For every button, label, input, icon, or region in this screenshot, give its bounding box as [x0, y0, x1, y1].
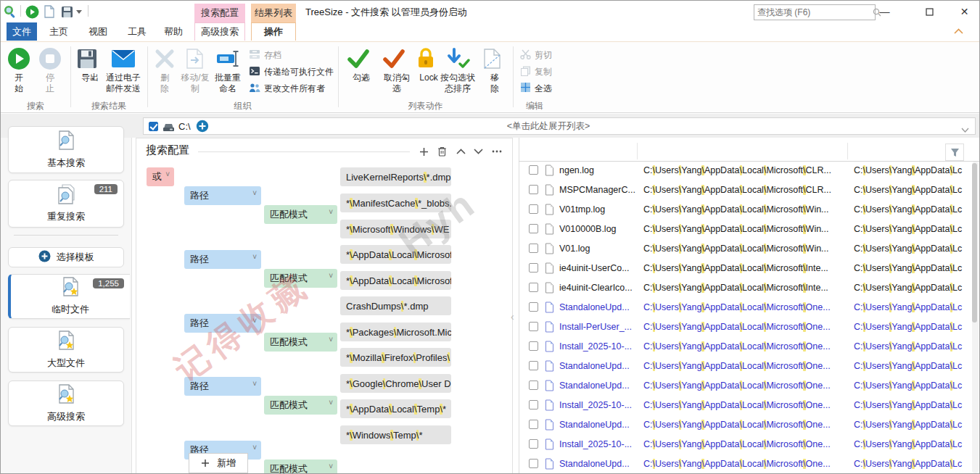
table-row[interactable]: StandaloneUpd...C:\Users\Yang\AppData\Lo… — [519, 376, 980, 396]
row-checkbox[interactable] — [529, 302, 538, 312]
select-template-button[interactable]: 选择模板 — [8, 247, 124, 267]
results-scrollbar[interactable] — [972, 162, 979, 473]
table-row[interactable]: MSPCManagerC...C:\Users\Yang\AppData\Loc… — [519, 180, 980, 200]
tab-view[interactable]: 视图 — [82, 22, 114, 41]
move-rule-down-icon[interactable] — [471, 144, 485, 159]
quick-start-button[interactable] — [24, 4, 40, 20]
tab-advanced-search[interactable]: 高级搜索 — [194, 22, 245, 41]
logic-operator-dropdown[interactable]: 或 — [147, 167, 174, 186]
find-options-input[interactable] — [754, 7, 873, 17]
collapse-ribbon-icon[interactable] — [950, 25, 967, 38]
panel-collapse-handle[interactable]: ‹ — [511, 311, 514, 323]
table-row[interactable]: StandaloneUpd...C:\Users\Yang\AppData\Lo… — [519, 454, 980, 474]
row-checkbox[interactable] — [529, 283, 538, 292]
find-options-box[interactable] — [754, 4, 876, 20]
drive-bar-chevron-icon[interactable] — [961, 122, 969, 136]
start-search-button[interactable]: 开始 — [7, 46, 30, 94]
archive-button[interactable]: 存档 — [249, 48, 281, 62]
row-checkbox[interactable] — [529, 341, 538, 351]
table-row[interactable]: Install_2025-10-...C:\Users\Yang\AppData… — [519, 435, 980, 454]
check-button[interactable]: 勾选 — [347, 46, 370, 83]
change-owner-button[interactable]: 更改文件所有者 — [249, 81, 325, 96]
table-row[interactable]: StandaloneUpd...C:\Users\Yang\AppData\Lo… — [519, 357, 980, 376]
sort-by-check-button[interactable]: 按勾选状态排序 — [439, 46, 477, 94]
minimize-button[interactable]: — — [868, 1, 901, 22]
row-checkbox[interactable] — [529, 263, 538, 273]
row-checkbox[interactable] — [529, 185, 538, 194]
table-row[interactable]: V01.logC:\Users\Yang\AppData\Local\Micro… — [519, 239, 980, 259]
row-checkbox[interactable] — [529, 381, 538, 390]
send-email-button[interactable]: 通过电子邮件发送 — [104, 46, 143, 94]
remove-button[interactable]: 移除 — [482, 46, 501, 94]
table-row[interactable]: ie4uinit-UserCo...C:\Users\Yang\AppData\… — [519, 259, 980, 278]
sidebar-item-duplicate-search[interactable]: 211 重复搜索 — [8, 180, 124, 228]
pattern-input[interactable]: CrashDumps\*.dmp — [340, 296, 451, 315]
pattern-input[interactable]: *\AppData\Local\Temp\* — [340, 399, 451, 418]
field-dropdown[interactable]: 路径 — [184, 250, 261, 269]
pattern-input[interactable]: *\Microsoft\Windows\WE — [340, 220, 451, 238]
mode-dropdown[interactable]: 匹配模式 — [264, 205, 337, 224]
row-checkbox[interactable] — [529, 400, 538, 409]
row-checkbox[interactable] — [529, 224, 538, 233]
sidebar-item-temp-files[interactable]: 1,255 临时文件 — [8, 274, 130, 319]
tab-home[interactable]: 主页 — [43, 22, 75, 41]
batch-rename-button[interactable]: 批量重命名 — [213, 46, 243, 94]
pattern-input[interactable]: *\Packages\Microsoft.Mic — [340, 323, 451, 341]
row-checkbox[interactable] — [529, 322, 538, 331]
table-row[interactable]: StandaloneUpd...C:\Users\Yang\AppData\Lo… — [519, 298, 980, 317]
close-button[interactable]: ✕ — [948, 1, 980, 22]
pattern-input[interactable]: LiveKernelReports\*.dmp — [340, 167, 451, 186]
add-rule-button[interactable]: 新增 — [189, 453, 248, 473]
table-row[interactable]: Install-PerUser_...C:\Users\Yang\AppData… — [519, 317, 980, 337]
add-rule-icon[interactable] — [416, 144, 431, 159]
mode-dropdown[interactable]: 匹配模式 — [264, 333, 337, 352]
move-rule-up-icon[interactable] — [453, 144, 468, 159]
row-checkbox[interactable] — [529, 165, 538, 175]
pattern-input[interactable]: *\Google\Chrome\User D — [340, 374, 451, 393]
tab-file[interactable]: 文件 — [7, 22, 37, 41]
table-row[interactable]: V010000B.logC:\Users\Yang\AppData\Local\… — [519, 220, 980, 239]
sidebar-item-large-files[interactable]: 大型文件 — [8, 327, 124, 373]
delete-rule-icon[interactable] — [435, 144, 449, 159]
quick-access-dropdown-icon[interactable] — [74, 4, 84, 20]
expand-list-hint[interactable]: <单击此处展开列表> — [144, 118, 953, 134]
maximize-button[interactable] — [913, 1, 946, 22]
pattern-input[interactable]: *\AppData\Local\Microsof — [340, 271, 451, 290]
tab-actions[interactable]: 操作 — [251, 22, 296, 41]
row-checkbox[interactable] — [529, 459, 538, 468]
row-checkbox[interactable] — [529, 439, 538, 449]
mode-dropdown[interactable]: 匹配模式 — [264, 396, 337, 415]
tab-tools[interactable]: 工具 — [121, 22, 153, 41]
table-row[interactable]: V01tmp.logC:\Users\Yang\AppData\Local\Mi… — [519, 200, 980, 220]
field-dropdown[interactable]: 路径 — [184, 186, 261, 205]
export-button[interactable]: 导出 — [75, 46, 99, 83]
save-icon[interactable] — [59, 4, 75, 20]
more-options-icon[interactable] — [490, 144, 504, 159]
pattern-input[interactable]: *\Windows\Temp\* — [340, 425, 451, 444]
filter-icon[interactable] — [945, 144, 964, 161]
mode-dropdown[interactable]: 匹配模式 — [264, 460, 337, 474]
pattern-input[interactable]: *\ManifestCache\*_blobs.l — [340, 194, 451, 212]
tab-help[interactable]: 帮助 — [157, 22, 189, 41]
row-checkbox[interactable] — [529, 204, 538, 214]
pass-to-executable-button[interactable]: 传递给可执行文件 — [249, 65, 334, 79]
scrollbar-thumb[interactable] — [972, 163, 977, 323]
cut-button[interactable]: 剪切 — [520, 48, 552, 62]
delete-button[interactable]: 删除 — [154, 46, 176, 94]
pattern-input[interactable]: *\Mozilla\Firefox\Profiles\ — [340, 348, 451, 367]
table-row[interactable]: Install_2025-10-...C:\Users\Yang\AppData… — [519, 337, 980, 357]
select-all-button[interactable]: 全选 — [520, 81, 552, 96]
sidebar-item-basic-search[interactable]: 基本搜索 — [8, 126, 124, 173]
row-checkbox[interactable] — [529, 361, 538, 370]
table-row[interactable]: Install_2025-10-...C:\Users\Yang\AppData… — [519, 396, 980, 415]
lock-button[interactable]: Lock — [411, 46, 440, 83]
row-checkbox[interactable] — [529, 420, 538, 429]
uncheck-button[interactable]: 取消勾选 — [376, 46, 411, 94]
table-row[interactable]: ngen.logC:\Users\Yang\AppData\Local\Micr… — [519, 161, 980, 180]
field-dropdown[interactable]: 路径 — [184, 314, 261, 333]
row-checkbox[interactable] — [529, 244, 538, 253]
sidebar-item-advanced-search[interactable]: 高级搜索 — [8, 381, 124, 426]
stop-search-button[interactable]: 停止 — [38, 46, 62, 94]
table-row[interactable]: ie4uinit-ClearIco...C:\Users\Yang\AppDat… — [519, 278, 980, 298]
move-copy-button[interactable]: 移动/复制 — [181, 46, 210, 94]
